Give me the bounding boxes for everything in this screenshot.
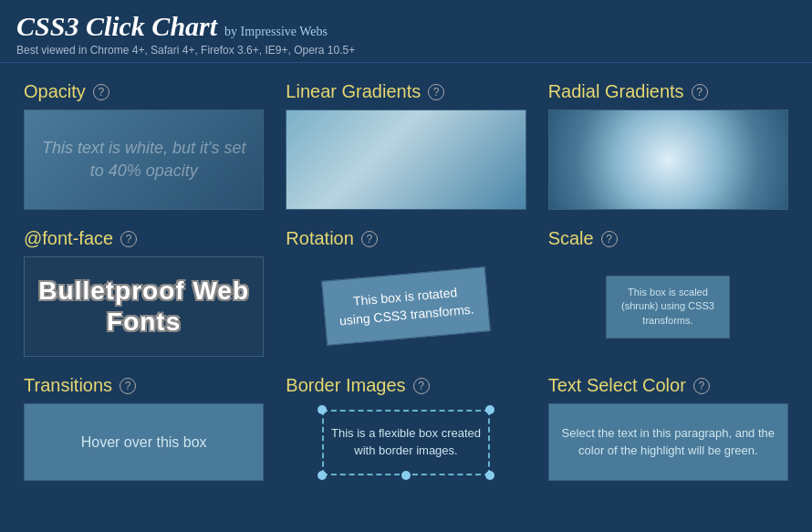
text-select-demo-box: Select the text in this paragraph, and t… — [548, 403, 788, 481]
corner-dot-tr — [485, 405, 494, 414]
cell-border-images: Border Images ? This is a flexible box c… — [275, 366, 536, 490]
radial-gradient-demo — [548, 110, 788, 210]
cell-title-radial-gradients: Radial Gradients ? — [548, 81, 788, 102]
cell-transitions: Transitions ? Hover over this box — [13, 366, 275, 490]
help-icon-linear-gradients[interactable]: ? — [428, 84, 444, 100]
help-icon-text-select-color[interactable]: ? — [693, 378, 710, 394]
help-icon-scale[interactable]: ? — [601, 231, 618, 247]
cell-font-face: @font-face ? Bulletproof Web Fonts — [13, 219, 275, 366]
border-images-text: This is a flexible box created with bord… — [322, 425, 490, 458]
cell-title-text-select-color: Text Select Color ? — [548, 375, 788, 396]
corner-dot-br — [485, 471, 494, 480]
cell-title-font-face: @font-face ? — [24, 228, 264, 249]
header: CSS3 Click Chart by Impressive Webs Best… — [0, 0, 812, 63]
help-icon-font-face[interactable]: ? — [120, 231, 137, 247]
corner-dot-tl — [318, 405, 327, 414]
cell-text-select-color: Text Select Color ? Select the text in t… — [537, 366, 799, 490]
main-grid: Opacity ? This text is white, but it's s… — [0, 63, 812, 499]
opacity-text: This text is white, but it's set to 40% … — [38, 137, 249, 183]
help-icon-radial-gradients[interactable]: ? — [692, 84, 708, 100]
page-title: CSS3 Click Chart by Impressive Webs — [16, 11, 796, 42]
title-byline: by Impressive Webs — [224, 25, 328, 39]
cell-title-transitions: Transitions ? — [24, 375, 264, 396]
cell-rotation: Rotation ? This box is rotated using CSS… — [275, 219, 536, 366]
text-select-paragraph[interactable]: Select the text in this paragraph, and t… — [560, 425, 776, 458]
linear-gradient-demo — [286, 110, 526, 210]
help-icon-border-images[interactable]: ? — [413, 378, 430, 394]
border-images-demo-box: This is a flexible box created with bord… — [319, 407, 493, 478]
transitions-demo-box[interactable]: Hover over this box — [24, 403, 264, 481]
fontface-text: Bulletproof Web Fonts — [38, 276, 249, 337]
cell-title-border-images: Border Images ? — [286, 375, 526, 396]
cell-title-scale: Scale ? — [548, 228, 788, 249]
corner-dot-bl — [318, 471, 327, 480]
header-subtitle: Best viewed in Chrome 4+, Safari 4+, Fir… — [16, 44, 796, 57]
fontface-demo-box: Bulletproof Web Fonts — [24, 256, 264, 357]
help-icon-transitions[interactable]: ? — [120, 378, 136, 394]
border-images-outer: This is a flexible box created with bord… — [286, 403, 526, 481]
rotation-demo-box: This box is rotated using CSS3 transform… — [321, 267, 491, 347]
cell-linear-gradients: Linear Gradients ? — [275, 72, 536, 219]
rotation-outer: This box is rotated using CSS3 transform… — [286, 256, 526, 357]
scale-outer: This box is scaled (shrunk) using CSS3 t… — [548, 256, 788, 357]
help-icon-rotation[interactable]: ? — [361, 231, 378, 247]
scale-demo-box: This box is scaled (shrunk) using CSS3 t… — [606, 276, 730, 338]
corner-dot-bc — [401, 471, 411, 480]
cell-title-rotation: Rotation ? — [286, 228, 526, 249]
cell-opacity: Opacity ? This text is white, but it's s… — [13, 72, 275, 219]
opacity-demo-box: This text is white, but it's set to 40% … — [24, 110, 264, 210]
cell-radial-gradients: Radial Gradients ? — [537, 72, 799, 219]
cell-scale: Scale ? This box is scaled (shrunk) usin… — [537, 219, 799, 366]
title-main: CSS3 Click Chart — [16, 11, 217, 42]
help-icon-opacity[interactable]: ? — [93, 84, 109, 100]
cell-title-linear-gradients: Linear Gradients ? — [286, 81, 526, 102]
cell-title-opacity: Opacity ? — [24, 81, 264, 102]
